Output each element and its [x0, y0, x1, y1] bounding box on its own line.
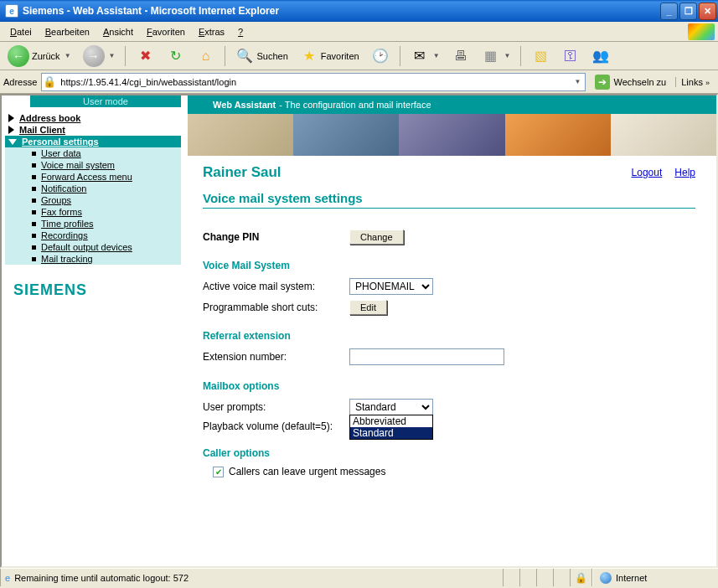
menu-datei[interactable]: Datei [3, 25, 39, 39]
nav-voice-mail-system[interactable]: Voice mail system [5, 159, 181, 171]
notes-icon: ▧ [531, 47, 550, 65]
go-arrow-icon: ➔ [595, 75, 610, 90]
nav-recordings[interactable]: Recordings [5, 230, 181, 241]
prompts-option-standard[interactable]: Standard [350, 427, 432, 439]
address-input[interactable] [57, 77, 568, 87]
links-label[interactable]: Links » [675, 77, 715, 87]
prompts-label: User prompts: [203, 401, 349, 413]
forward-dropdown-icon[interactable]: ▼ [109, 52, 116, 59]
volume-label: Playback volume (default=5): [203, 420, 349, 432]
active-vms-label: Active voice mail system: [203, 281, 349, 292]
back-button[interactable]: ← Zurück ▼ [3, 44, 75, 68]
ie-app-icon: e [5, 4, 18, 18]
home-icon: ⌂ [196, 47, 214, 65]
page-icon: 🔒 [42, 75, 57, 88]
nav-personal-settings[interactable]: Personal settings [5, 136, 181, 147]
change-pin-label: Change PIN [203, 231, 349, 243]
home-button[interactable]: ⌂ [192, 44, 219, 68]
logout-link[interactable]: Logout [632, 167, 663, 178]
nav-notification[interactable]: Notification [5, 183, 181, 194]
status-text: Remaining time until automatic logout: 5… [14, 573, 189, 583]
ie-status-icon: e [5, 573, 10, 583]
nav-user-data[interactable]: User data [5, 147, 181, 159]
search-button[interactable]: 🔍Suchen [231, 44, 292, 68]
mail-button[interactable]: ✉▼ [406, 44, 444, 68]
arrow-right-icon [8, 114, 14, 122]
address-dropdown-icon[interactable]: ▼ [571, 78, 586, 85]
caller-urgent-checkbox[interactable]: ✔ [213, 467, 224, 477]
research-icon: ⚿ [561, 47, 580, 65]
nav-fax-forms[interactable]: Fax forms [5, 206, 181, 218]
arrow-down-icon [8, 139, 17, 145]
forward-arrow-icon: → [83, 45, 105, 67]
caller-section-title: Caller options [203, 447, 695, 459]
edit-button[interactable]: Edit [349, 300, 387, 315]
restore-button[interactable]: ❐ [679, 3, 697, 20]
nav-address-book[interactable]: Address book [5, 112, 181, 124]
banner: Web Assistant - The configuration and ma… [188, 95, 716, 114]
print-button[interactable]: 🖶 [447, 44, 474, 68]
content-scroll[interactable]: Rainer Saul Logout Help Voice mail syste… [188, 156, 716, 566]
nav-mail-client[interactable]: Mail Client [5, 124, 181, 136]
siemens-logo: SIEMENS [13, 281, 181, 299]
forward-button[interactable]: → ▼ [79, 44, 120, 68]
close-button[interactable]: ✕ [699, 3, 716, 20]
nav-time-profiles[interactable]: Time profiles [5, 218, 181, 230]
menu-help[interactable]: ? [231, 25, 250, 39]
address-label: Adresse [3, 77, 37, 87]
back-arrow-icon: ← [8, 45, 29, 67]
lock-icon: 🔒 [575, 572, 587, 584]
menu-ansicht[interactable]: Ansicht [96, 25, 140, 39]
extension-input[interactable] [349, 348, 504, 365]
favorites-button[interactable]: ★Favoriten [296, 44, 364, 68]
user-mode-banner: User mode [30, 95, 181, 107]
help-link[interactable]: Help [674, 167, 695, 178]
notes-button[interactable]: ▧ [527, 44, 554, 68]
active-vms-select[interactable]: PHONEMAIL [349, 278, 433, 295]
change-button[interactable]: Change [349, 230, 404, 245]
edit-icon: ▦ [482, 47, 500, 65]
mail-icon: ✉ [411, 47, 429, 65]
messenger-icon: 👥 [591, 47, 610, 65]
extension-label: Extension number: [203, 351, 349, 363]
stop-button[interactable]: ✖ [132, 44, 158, 68]
mailbox-section-title: Mailbox options [203, 380, 695, 392]
stop-icon: ✖ [136, 47, 154, 65]
minimize-button[interactable]: _ [660, 3, 678, 20]
search-icon: 🔍 [235, 47, 254, 65]
prompts-option-abbreviated[interactable]: Abbreviated [350, 415, 432, 427]
messenger-button[interactable]: 👥 [587, 44, 614, 68]
nav-groups[interactable]: Groups [5, 194, 181, 206]
back-dropdown-icon[interactable]: ▼ [65, 52, 71, 59]
go-button[interactable]: ➔ Wechseln zu [590, 73, 671, 91]
edit-button[interactable]: ▦▼ [478, 44, 515, 68]
referral-section-title: Referral extension [203, 330, 695, 342]
menu-bearbeiten[interactable]: Bearbeiten [39, 25, 96, 39]
ie-flag-icon [688, 23, 715, 40]
status-zone: Internet [616, 573, 647, 583]
research-button[interactable]: ⚿ [557, 44, 584, 68]
banner-image [188, 114, 716, 156]
globe-icon [600, 572, 612, 584]
vms-section-title: Voice Mail System [203, 260, 695, 271]
window-title: Siemens - Web Assistant - Microsoft Inte… [23, 5, 279, 17]
nav-forward-access-menu[interactable]: Forward Access menu [5, 171, 181, 183]
refresh-icon: ↻ [166, 47, 184, 65]
prompts-dropdown-list: Abbreviated Standard [349, 415, 433, 440]
nav-mail-tracking[interactable]: Mail tracking [5, 253, 181, 265]
arrow-right-icon [8, 126, 14, 134]
menu-favoriten[interactable]: Favoriten [140, 25, 192, 39]
star-icon: ★ [300, 47, 318, 65]
print-icon: 🖶 [452, 47, 470, 65]
history-icon: 🕑 [371, 47, 390, 65]
refresh-button[interactable]: ↻ [162, 44, 189, 68]
caller-urgent-label: Callers can leave urgent messages [229, 466, 385, 477]
page-title: Voice mail system settings [203, 191, 695, 209]
shortcuts-label: Programmable short cuts: [203, 302, 349, 313]
history-button[interactable]: 🕑 [367, 44, 394, 68]
prompts-select[interactable]: Standard [349, 399, 433, 415]
menu-extras[interactable]: Extras [192, 25, 231, 39]
nav-default-output-devices[interactable]: Default output devices [5, 241, 181, 253]
page-user: Rainer Saul [203, 164, 282, 181]
